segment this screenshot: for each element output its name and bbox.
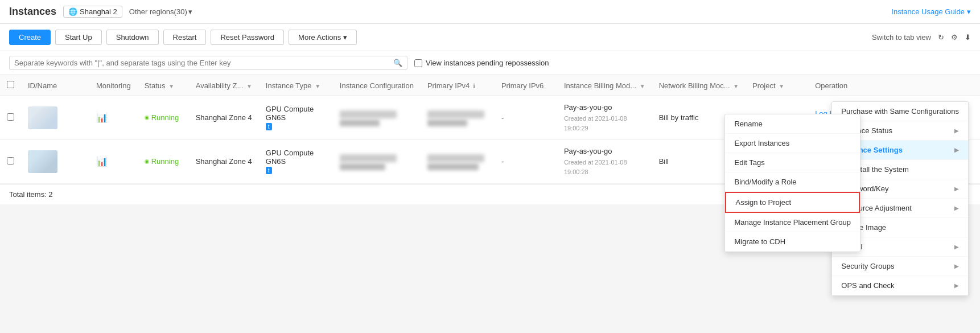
other-regions-selector[interactable]: Other regions(30) ▾ [129, 7, 192, 16]
menu-rename[interactable]: Rename [725, 114, 860, 134]
col-netbilling: Network Billing Moc... ▼ [652, 75, 746, 96]
status-dot-2 [145, 159, 149, 164]
col-ipv4: Primary IPv4 ℹ [421, 75, 495, 96]
left-context-menu: Rename Export Instances Edit Tags Bind/M… [724, 114, 860, 204]
ipv4-blurred-1 [427, 110, 484, 118]
menu-edit-tags[interactable]: Edit Tags [725, 153, 860, 172]
ipv6-cell-1: - [495, 96, 557, 140]
menu-assign-project[interactable]: Assign to Project [725, 192, 860, 204]
total-label: Total items: 2 [9, 190, 53, 199]
col-idname: ID/Name [21, 75, 89, 96]
top-bar: Instances 🌐 Shanghai 2 Other regions(30)… [0, 0, 980, 24]
billing-cell-1: Pay-as-you-go Created at 2021-01-08 19:0… [557, 96, 652, 140]
type-cell-2: GPU Compute GN6S t [259, 139, 333, 183]
col-type: Instance Type ▼ [259, 75, 333, 96]
usage-guide-link[interactable]: Instance Usage Guide ▾ [891, 7, 971, 16]
status-running-2: Running [145, 157, 182, 166]
col-az: Availability Z... ▼ [189, 75, 259, 96]
config-blurred-2 [340, 154, 397, 162]
instance-thumbnail-1 [28, 106, 57, 129]
ipv4-blurred-1b [427, 120, 467, 126]
config-cell-1 [333, 96, 421, 140]
az-cell-1: Shanghai Zone 4 [189, 96, 259, 140]
row-checkbox-2[interactable] [7, 157, 14, 165]
netbilling-filter-icon[interactable]: ▼ [733, 83, 739, 89]
monitoring-cell-1: 📊 [89, 96, 138, 140]
type-badge-1: t [266, 123, 272, 130]
config-blurred-1 [340, 110, 397, 118]
billing-filter-icon[interactable]: ▼ [640, 83, 645, 89]
col-monitoring: Monitoring [89, 75, 138, 96]
repossession-checkbox[interactable] [414, 59, 422, 67]
ipv4-cell-1 [421, 96, 495, 140]
status-dot-1 [145, 116, 149, 120]
menu-bind-role[interactable]: Bind/Modify a Role [725, 172, 860, 192]
repossession-checkbox-group: View instances pending repossession [414, 59, 549, 67]
type-filter-icon[interactable]: ▼ [315, 83, 320, 89]
instance-type-tag-2: GPU Compute GN6S t [266, 149, 326, 174]
page-title: Instances [9, 6, 56, 18]
toolbar: Create Start Up Shutdown Restart Reset P… [0, 24, 980, 51]
instance-img-cell-1 [21, 96, 89, 140]
config-blurred-2b [340, 163, 385, 170]
col-config: Instance Configuration [333, 75, 421, 96]
region-label: Shanghai 2 [80, 7, 117, 16]
status-label-2: Running [151, 157, 179, 166]
status-filter-icon[interactable]: ▼ [168, 83, 174, 89]
search-bar: 🔍 View instances pending repossession [0, 51, 980, 75]
ipv4-blurred-2 [427, 154, 484, 162]
status-label-1: Running [151, 113, 179, 122]
billing-info-2: Pay-as-you-go Created at 2021-01-08 19:0… [564, 146, 645, 178]
globe-icon: 🌐 [68, 7, 77, 16]
type-badge-2: t [266, 167, 272, 174]
ipv4-cell-2 [421, 139, 495, 183]
monitoring-chart-icon-1[interactable]: 📊 [96, 113, 108, 122]
select-all-checkbox[interactable] [7, 81, 14, 88]
repossession-label: View instances pending repossession [426, 59, 549, 67]
status-cell-1: Running [138, 96, 189, 140]
monitoring-chart-icon-2[interactable]: 📊 [96, 157, 108, 166]
col-billing: Instance Billing Mod... ▼ [557, 75, 652, 96]
col-operation: Operation [808, 75, 980, 96]
project-filter-icon[interactable]: ▼ [779, 83, 784, 89]
billing-info-1: Pay-as-you-go Created at 2021-01-08 19:0… [564, 102, 645, 134]
col-status: Status ▼ [138, 75, 189, 96]
create-button[interactable]: Create [9, 30, 51, 45]
settings-icon[interactable]: ⚙ [951, 33, 958, 42]
chevron-right-icon-settings: ▶ [954, 147, 959, 153]
search-input[interactable] [14, 59, 393, 67]
instance-thumbnail-2 [28, 150, 57, 173]
chevron-right-icon-password: ▶ [954, 186, 959, 192]
instance-img-cell-2 [21, 139, 89, 183]
region-selector[interactable]: 🌐 Shanghai 2 [63, 6, 122, 18]
switch-tab-view[interactable]: Switch to tab view [872, 33, 931, 42]
billing-cell-2: Pay-as-you-go Created at 2021-01-08 19:0… [557, 139, 652, 183]
refresh-icon[interactable]: ↻ [938, 33, 944, 42]
usage-guide-label: Instance Usage Guide [891, 7, 965, 16]
row-checkbox-1[interactable] [7, 113, 14, 121]
status-cell-2: Running [138, 139, 189, 183]
az-cell-2: Shanghai Zone 4 [189, 139, 259, 183]
search-input-wrapper[interactable]: 🔍 [9, 56, 407, 70]
shutdown-button[interactable]: Shutdown [106, 30, 159, 45]
az-filter-icon[interactable]: ▼ [246, 83, 252, 89]
chevron-down-more: ▾ [343, 33, 347, 42]
more-actions-button[interactable]: More Actions ▾ [289, 30, 357, 45]
menu-export-instances[interactable]: Export Instances [725, 134, 860, 153]
col-project: Project ▼ [746, 75, 808, 96]
ipv6-cell-2: - [495, 139, 557, 183]
toolbar-buttons: Create Start Up Shutdown Restart Reset P… [9, 30, 357, 45]
chevron-down-icon: ▾ [188, 7, 192, 16]
start-up-button[interactable]: Start Up [55, 30, 102, 45]
col-ipv6: Primary IPv6 [495, 75, 557, 96]
search-icon: 🔍 [393, 59, 402, 67]
ipv4-blurred-2b [427, 163, 479, 170]
chevron-right-icon: ▶ [954, 128, 959, 134]
download-icon[interactable]: ⬇ [965, 33, 971, 42]
top-bar-left: Instances 🌐 Shanghai 2 Other regions(30)… [9, 6, 192, 18]
restart-button[interactable]: Restart [163, 30, 207, 45]
ipv4-info-icon: ℹ [473, 83, 475, 89]
instance-type-tag-1: GPU Compute GN6S t [266, 105, 326, 130]
reset-password-button[interactable]: Reset Password [211, 30, 284, 45]
other-regions-label: Other regions(30) [129, 7, 187, 16]
